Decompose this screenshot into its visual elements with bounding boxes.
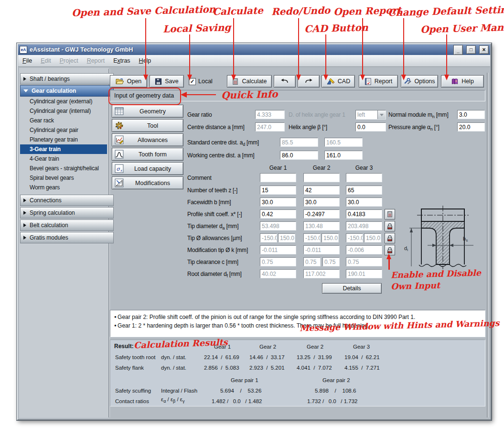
tip-allowances-label: Tip Ø allowances [µm] [187,235,242,241]
teeth-field-1[interactable]: 15 [260,186,296,195]
facewidth-field-2[interactable]: 30.0 [303,198,340,207]
normal-module-field[interactable]: 3.0 [457,110,485,119]
result-value: 4.155 / 7.271 [344,365,380,371]
sidebar-item-worm-gears[interactable]: Worm gears [20,183,107,192]
sidebar-group-shaft-bearings[interactable]: Shaft / bearings [20,73,114,85]
result-title: Result: [114,343,134,350]
dropdown-arrow-icon[interactable] [377,110,386,119]
sidebar-group-spring-calculation[interactable]: Spring calculation [20,207,114,219]
sidebar-item-gear-rack[interactable]: Gear rack [20,116,107,125]
annotation-pointer-line [186,94,216,95]
annotation-open-manual: Open User Manual [420,21,504,35]
menu-project[interactable]: Project [55,57,83,64]
gear-pair2-header: Gear pair 2 [322,377,350,383]
sidebar-item-cylindrical-gear-internal[interactable]: Cylindrical gear (internal) [20,106,107,116]
pressure-angle-field[interactable]: 20.0 [457,122,485,132]
facewidth-field-3[interactable]: 30.0 [346,198,382,207]
sidebar-item-spiral-bevel-gears[interactable]: Spiral bevel gears [20,173,107,183]
result-value: 22.14 / 61.69 [204,354,239,360]
comment-field-3[interactable] [346,173,382,182]
nav-load-capacity-button[interactable]: σx Load capacity [112,162,183,175]
sidebar-item-bevel-gears[interactable]: Bevel gears - straight/helical [20,164,107,173]
sidebar-group-connections[interactable]: Connections [20,195,114,206]
sidebar-item-3-gear-train[interactable]: 3-Gear train [20,144,107,154]
nav-modifications-button[interactable]: Modifications [112,176,183,189]
profile-shift-field-2[interactable]: -0.2497 [303,209,340,219]
helix-direction-label: D. of helix angle gear 1 [289,111,345,118]
comment-field-2[interactable] [303,173,340,182]
safety-scuffing-mode: Integral / Flash [161,388,197,394]
sidebar-group-belt-calculation[interactable]: Belt calculation [20,219,114,231]
annotation-cad-button: CAD Button [304,22,368,34]
annotation-pointer-line [325,34,326,75]
root-diameter-field-2: 117.002 [303,269,340,278]
gear-section-diagram: di bs [403,203,481,273]
minimize-button[interactable]: _ [453,45,463,55]
options-button[interactable]: Options [401,75,438,88]
result-value: 2.856 / 5.083 [204,365,239,371]
save-button[interactable]: Save [150,75,184,88]
normal-module-label: Normal module mn [mm] [388,111,449,119]
nav-tool-button[interactable]: Tool [112,119,183,132]
allowances-chart-icon [114,135,124,145]
menu-extras[interactable]: Extras [109,57,134,64]
maximize-button[interactable]: □ [466,45,476,54]
facewidth-label: Facewidth b [mm] [187,199,231,206]
tip-allowance-field-2a: -150.0 [303,233,321,242]
nav-tooth-form-button[interactable]: Tooth form [112,148,183,161]
menu-report[interactable]: Report [83,57,109,64]
geometry-grid-icon [114,106,124,116]
safety-scuffing-label: Safety scuffing [115,388,151,394]
calculator-icon [386,211,393,218]
local-checkbox-group[interactable]: ✓ Local [189,78,216,85]
menu-bar: File Edit Project Report Extras Help [18,55,490,67]
tip-allowance-field-3a: -150.0 [346,233,363,242]
comment-field-1[interactable] [260,173,296,182]
profile-shift-field-3[interactable]: 0.4183 [346,209,382,219]
arrow-down-icon [296,75,301,80]
working-centre-field-1[interactable]: 86.0 [280,151,318,160]
result-value: 1.732 / 0.0 / 1.732 [307,398,358,404]
app-icon: eA [20,46,27,54]
teeth-field-3[interactable]: 65 [346,186,382,195]
chevron-right-icon [23,223,26,227]
modifications-icon [114,178,124,188]
annotation-quick-info: Quick Info [221,88,278,101]
profile-shift-calculator-button[interactable] [385,209,395,219]
facewidth-field-1[interactable]: 30.0 [260,198,296,207]
open-button[interactable]: Open [110,75,147,88]
working-centre-field-2[interactable]: 161.0 [324,151,363,160]
lock-icon [386,235,393,241]
annotation-pointer-line [388,259,390,270]
arrow-down-icon [143,75,148,80]
sidebar-item-cylindrical-gear-external[interactable]: Cylindrical gear (external) [20,97,107,106]
tip-allowances-lock-button[interactable] [385,233,395,243]
annotation-pointer-line [145,18,146,75]
helix-angle-field[interactable]: 0.0 [355,122,386,132]
close-button[interactable]: × [479,45,489,54]
sidebar-item-planetary-gear-train[interactable]: Planetary gear train [20,135,107,144]
helix-direction-select[interactable]: left [355,110,386,120]
arrow-down-icon [360,75,365,80]
menu-file[interactable]: File [18,57,36,64]
tip-diameter-field-2: 130.48 [303,221,340,230]
details-button[interactable]: Details [322,283,382,294]
menu-edit[interactable]: Edit [36,57,55,64]
teeth-field-2[interactable]: 42 [303,186,340,195]
centre-distance-field: 247.0 [255,122,285,132]
result-value: 5.694 / 53.26 [220,388,261,394]
svg-text:x: x [120,168,122,173]
sidebar-item-cylindrical-gear-pair[interactable]: Cylindrical gear pair [20,125,107,135]
tip-allowance-field-1b: 150.0 [278,233,295,242]
nav-geometry-button[interactable]: Geometry [112,105,183,118]
sidebar-group-gratis-modules[interactable]: Gratis modules [20,232,114,243]
tip-diameter-field-1: 53.498 [260,221,296,230]
nav-allowances-button[interactable]: Allowances [112,133,183,146]
helix-angle-label: Helix angle β [°] [289,124,327,131]
sidebar-item-4-gear-train[interactable]: 4-Gear train [20,154,107,164]
sidebar-group-gear-calculation[interactable]: Gear calculation [20,85,114,97]
profile-shift-field-1[interactable]: 0.42 [260,209,296,219]
screenshot-stage: eA eAssistant - GWJ Technology GmbH _ □ … [0,0,504,428]
undo-button[interactable] [274,75,296,88]
tip-diameter-lock-button[interactable] [385,221,395,231]
